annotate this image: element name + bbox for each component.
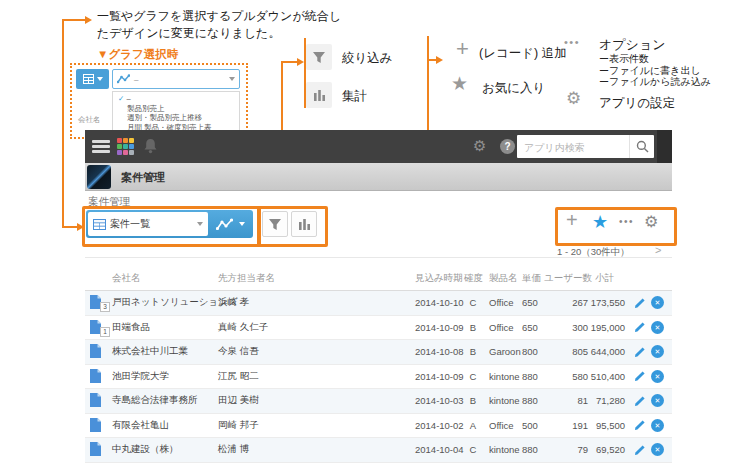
- divider: [85, 257, 672, 258]
- pencil-icon: [634, 346, 646, 358]
- column-header: 製品名: [489, 272, 518, 285]
- delete-record-button[interactable]: ✕: [651, 389, 664, 413]
- close-icon: ✕: [651, 419, 664, 432]
- cell-probability: C: [466, 438, 480, 462]
- pagination-next-button[interactable]: >: [655, 244, 661, 256]
- column-header: 先方担当者名: [218, 272, 275, 285]
- close-icon: ✕: [651, 321, 664, 334]
- cell-date: 2014-10-02: [415, 414, 464, 438]
- table-row[interactable]: 3 戸田ネットソリューションズ 浜崎 孝 2014-10-10 C Office…: [85, 291, 672, 316]
- column-header: 見込み時期: [415, 272, 463, 285]
- pencil-icon: [634, 297, 646, 309]
- mock-chart-select-field: –: [112, 69, 240, 89]
- delete-record-button[interactable]: ✕: [651, 438, 664, 462]
- app-icon[interactable]: [87, 165, 111, 189]
- cell-product: Garoon: [489, 340, 521, 364]
- table-row[interactable]: 中丸建設（株） 松浦 博 2014-10-04 C kintone 880 79…: [85, 438, 672, 463]
- cell-probability: B: [466, 340, 480, 364]
- cell-contact: 今泉 信吾: [218, 340, 259, 364]
- record-icon[interactable]: [90, 369, 110, 385]
- gear-icon[interactable]: ⚙: [473, 138, 486, 153]
- record-icon[interactable]: [90, 344, 110, 360]
- delete-record-button[interactable]: ✕: [651, 365, 664, 389]
- connector-line: [62, 19, 64, 228]
- cell-contact: 田辺 美樹: [218, 389, 259, 413]
- filter-icon: [312, 51, 326, 64]
- connector-line: [304, 38, 306, 108]
- bell-icon[interactable]: [143, 138, 158, 155]
- line-chart-icon: [117, 74, 130, 84]
- table-row[interactable]: 寺島総合法律事務所 田辺 美樹 2014-10-03 B kintone 880…: [85, 389, 672, 414]
- search-button[interactable]: [629, 135, 654, 158]
- edit-record-button[interactable]: [634, 389, 646, 413]
- cell-date: 2014-10-08: [415, 340, 464, 364]
- cell-price: 650: [522, 316, 538, 340]
- aggregate-icon-tile: [306, 82, 332, 108]
- table-row[interactable]: 株式会社中川工業 今泉 信吾 2014-10-08 B Garoon 800 8…: [85, 340, 672, 365]
- star-icon: ★: [451, 72, 468, 95]
- search-placeholder: アプリ内検索: [524, 141, 585, 155]
- column-header: 会社名: [112, 272, 141, 285]
- cell-subtotal: 173,550: [577, 291, 625, 315]
- mock-menu-item: 製品別売上: [113, 104, 239, 114]
- filter-icon-tile: [306, 44, 332, 70]
- edit-record-button[interactable]: [634, 340, 646, 364]
- cell-subtotal: 71,280: [577, 389, 625, 413]
- cell-date: 2014-10-09: [415, 316, 464, 340]
- bar-chart-icon: [313, 89, 326, 102]
- cell-contact: 浜崎 孝: [218, 291, 249, 315]
- app-settings-label: アプリの設定: [599, 95, 675, 112]
- delete-record-button[interactable]: ✕: [651, 291, 664, 315]
- delete-record-button[interactable]: ✕: [651, 316, 664, 340]
- plus-icon: +: [456, 36, 469, 62]
- pencil-icon: [634, 370, 646, 382]
- document-icon: [90, 418, 101, 432]
- record-icon[interactable]: [90, 393, 110, 409]
- highlight-toolbar: [555, 207, 677, 246]
- close-icon: ✕: [651, 370, 664, 383]
- record-icon[interactable]: [90, 442, 110, 458]
- ellipsis-icon: •••: [564, 36, 580, 48]
- close-icon: ✕: [651, 394, 664, 407]
- delete-record-button[interactable]: ✕: [651, 414, 664, 438]
- cell-subtotal: 644,000: [577, 340, 625, 364]
- search-input[interactable]: アプリ内検索: [517, 135, 654, 158]
- gear-icon: ⚙: [566, 90, 581, 107]
- chevron-down-icon: [97, 77, 103, 81]
- help-icon[interactable]: ?: [500, 139, 515, 154]
- table-row[interactable]: 池田学院大学 江尻 昭二 2014-10-09 C kintone 880 58…: [85, 365, 672, 390]
- cell-company: 中丸建設（株）: [112, 438, 179, 462]
- mock-menu-item: 週別・製品別売上推移: [113, 113, 239, 123]
- edit-record-button[interactable]: [634, 316, 646, 340]
- edit-record-button[interactable]: [634, 365, 646, 389]
- record-icon[interactable]: [90, 418, 110, 434]
- table-row[interactable]: 有限会社亀山 岡崎 邦子 2014-10-02 A Office 500 191…: [85, 414, 672, 439]
- highlight-filter-buttons: [257, 206, 328, 247]
- table-icon: [83, 74, 94, 84]
- cell-contact: 岡崎 邦子: [218, 414, 259, 438]
- edit-record-button[interactable]: [634, 414, 646, 438]
- app-title-bar: 案件管理: [85, 163, 672, 191]
- edit-record-button[interactable]: [634, 291, 646, 315]
- cell-subtotal: 69,520: [577, 438, 625, 462]
- search-icon: [636, 140, 649, 153]
- cell-subtotal: 195,000: [577, 316, 625, 340]
- close-icon: ✕: [651, 443, 664, 456]
- document-icon: [90, 442, 101, 456]
- navbar-end-block: [657, 130, 672, 163]
- edit-record-button[interactable]: [634, 438, 646, 462]
- record-icon[interactable]: 1: [90, 320, 110, 336]
- cell-contact: 松浦 博: [218, 438, 249, 462]
- cell-probability: C: [466, 291, 480, 315]
- close-icon: ✕: [651, 296, 664, 309]
- record-icon[interactable]: 3: [90, 295, 110, 311]
- cell-company: 池田学院大学: [112, 365, 169, 389]
- delete-record-button[interactable]: ✕: [651, 340, 664, 364]
- mock-menu-item-checked: ✓ –: [113, 94, 239, 104]
- document-icon: [90, 344, 101, 358]
- options-item: ー表示件数: [599, 53, 649, 65]
- chevron-down-icon: [229, 77, 235, 81]
- cell-price: 800: [522, 340, 538, 364]
- cell-probability: B: [466, 316, 480, 340]
- table-row[interactable]: 1 田端食品 真崎 久仁子 2014-10-09 B Office 650 30…: [85, 316, 672, 341]
